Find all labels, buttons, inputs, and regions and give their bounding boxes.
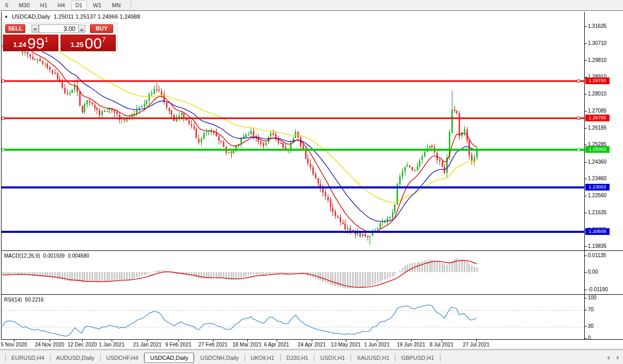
buy-price-display[interactable]: 1.25007 [60,35,116,51]
price-axis-tick [585,43,587,44]
price-axis-label: 1.19835 [588,243,606,249]
timeframe-button-mn[interactable]: MN [108,1,125,10]
date-axis-label: 1 Jan 2021 [99,342,125,347]
rsi-name: RSI(14) [4,297,22,303]
macd-axis-label: 0.00 [588,269,598,275]
main-macd-divider [1,250,623,251]
rsi-label: RSI(14) 50.2216 [4,297,44,303]
timeframe-button-h4[interactable]: H4 [54,1,69,10]
date-axis-label: 21 Jan 2021 [133,342,161,347]
price-axis-label: 1.27085 [588,108,606,114]
rsi-axis-label: 100 [588,295,597,300]
price-axis-label: 1.30710 [588,40,606,46]
timeframe-button-w1[interactable]: W1 [89,1,106,10]
date-axis-label: 13 May 2021 [331,342,361,347]
timeframe-button-m30[interactable]: M30 [14,1,34,10]
trade-prices-row: 1.24991 1.25007 [3,35,117,51]
chart-tab-usdcad-daily[interactable]: USDCAD,Daily [144,353,194,363]
macd-signal-value: 0.004580 [68,253,89,259]
tabs-scroll-left-icon[interactable] [607,356,610,360]
buy-price-prefix: 1.25 [71,41,84,49]
triangle-up-icon [80,28,84,31]
trade-buttons-row: SELL BUY [3,24,117,34]
sell-price-big-digits: 99 [27,37,44,50]
window-bottom-border [0,349,623,350]
date-axis-label: 1 Jun 2021 [364,342,390,347]
volume-input[interactable] [39,24,79,33]
macd-main-value: 0.001939 [43,253,65,259]
tabs-scroll-right-icon[interactable] [617,356,619,360]
price-axis-tick [585,179,587,179]
price-axis-tick [585,196,587,196]
price-axis-label: 1.26185 [588,125,606,131]
plot-left-border [1,12,2,340]
window-top-border [0,10,623,11]
chart-tab-audusd-daily[interactable]: AUDUSD,Daily [51,353,100,363]
rsi-indicator-canvas[interactable] [1,295,584,339]
macd-rsi-divider [1,294,623,295]
price-axis-tick [585,162,587,163]
chart-tab-eurusd-h4[interactable]: EURUSD,H4 [6,353,50,363]
toolbar-separator [131,2,131,9]
date-axis-label: 12 Dec 2020 [68,342,97,347]
volume-decrease-button[interactable] [32,25,39,33]
price-axis-tick [585,94,587,94]
date-axis-label: 27 Jul 2021 [463,342,490,347]
date-axis-label: 8 Jul 2021 [430,342,453,347]
chart-tab-gbpusd-h1[interactable]: GBPUSD,H1 [396,353,440,363]
timeframe-button-5[interactable]: 5 [1,1,12,10]
rsi-axis-label: 0 [588,335,591,341]
rsi-value: 50.2216 [25,297,43,303]
rsi-axis-tick [585,298,587,298]
price-axis-tick [585,26,587,27]
macd-axis-label: 0.01135 [588,252,606,258]
buy-price-pip-digit: 7 [102,36,105,43]
date-axis-label: 6 Apr 2021 [264,342,289,347]
price-axis-label: 1.21635 [588,210,606,215]
buy-button[interactable]: BUY [90,24,113,33]
price-level-label: 1.28700 [585,77,610,84]
price-axis-tick [585,128,587,129]
date-axis-label: 9 Feb 2021 [165,342,192,347]
price-axis-label: 1.22560 [588,193,606,198]
date-axis-label: 19 Jun 2021 [397,342,425,347]
chart-tab-usdchf-h4[interactable]: USDCHF,H4 [101,353,144,363]
sell-price-display[interactable]: 1.24991 [3,35,58,51]
chart-tab-bar: EURUSD,H4AUDUSD,DailyUSDCHF,H4USDCAD,Dai… [0,350,623,364]
rsi-axis-label: 30 [588,323,594,329]
date-axis-label: 27 Feb 2021 [199,342,227,347]
price-axis-label: 1.29810 [588,57,606,63]
timeframe-button-h1[interactable]: H1 [36,1,52,10]
chart-tab-usdcnh-daily[interactable]: USDCNH,Daily [194,353,245,363]
macd-name: MACD(12,26,9) [4,253,40,259]
macd-axis-tick [585,256,587,256]
chart-symbol-label: USDCAD,Daily [12,13,50,20]
chart-tab-xauusd-h1[interactable]: XAUUSD,H1 [351,353,395,363]
sell-price-pip-digit: 1 [44,36,48,43]
price-axis-tick [585,145,587,145]
date-axis-label: 18 Mar 2021 [233,342,262,347]
timeframe-button-d1[interactable]: D1 [71,1,87,10]
volume-increase-button[interactable] [78,25,85,33]
price-axis-tick [585,111,587,112]
rsi-axis-tick [585,326,587,327]
sell-button[interactable]: SELL [5,24,25,33]
chart-tab-ukoil-h1[interactable]: UKOil,H1 [245,353,280,363]
trading-platform-window: 5M30H1H4D1W1MN ▲ USDCAD,Daily 1.25011 1.… [0,0,623,364]
rsi-axis-tick [585,310,587,310]
rsi-axis-tick [585,338,587,339]
date-axis-label: 24 Nov 2020 [35,342,65,347]
macd-axis-tick [585,272,587,273]
price-level-label: 1.25003 [585,146,610,153]
chart-ohlc-values: 1.25011 1.25137 1.24966 1.24988 [54,13,140,20]
chart-tab-dj30-h1[interactable]: DJ30,H1 [281,353,314,363]
price-axis-label: 1.23460 [588,176,606,181]
macd-label: MACD(12,26,9) 0.001939 0.004580 [4,253,89,259]
date-axis-label: 5 Nov 2020 [1,342,27,347]
chart-tab-usdx-h1[interactable]: USDX,H1 [314,353,351,363]
rsi-axis-label: 70 [588,307,594,312]
subwindow-expand-icon[interactable]: ▲ [4,14,8,19]
macd-axis-label: -0.01190 [588,287,608,292]
price-axis-label: 1.24360 [588,159,606,165]
price-level-label: 1.26700 [585,115,610,121]
